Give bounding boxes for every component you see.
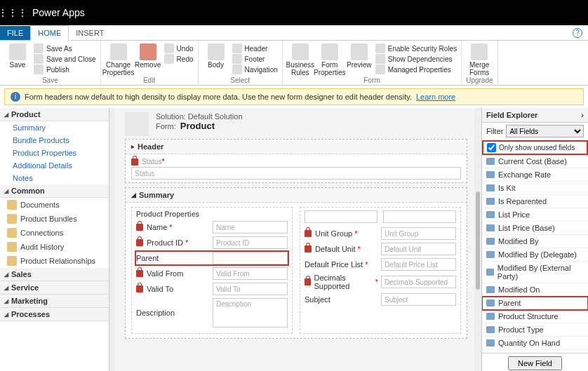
work-area: Product SummaryBundle ProductsProduct Pr… — [0, 108, 588, 371]
dependencies-button[interactable]: Show Dependencies — [375, 54, 457, 64]
managed-properties-button[interactable]: Managed Properties — [375, 65, 457, 74]
expand-icon[interactable]: › — [581, 111, 584, 119]
form-field[interactable]: Product ID *Product ID — [136, 236, 288, 249]
form-field[interactable]: Name *Name — [136, 221, 288, 234]
field-explorer-item[interactable]: Is Reparented — [482, 195, 588, 208]
ribbon-group-label: Form — [287, 76, 457, 85]
nav-item[interactable]: Product Properties — [0, 147, 109, 159]
field-explorer-item[interactable]: List Price (Base) — [482, 222, 588, 235]
nav-section-marketing[interactable]: Marketing — [0, 295, 109, 308]
redo-icon — [164, 54, 174, 64]
nav-item[interactable]: Bundle Products — [0, 134, 109, 147]
navigation-button[interactable]: Navigation — [232, 65, 278, 74]
app-launcher-icon[interactable]: ⋮⋮⋮ — [0, 0, 25, 25]
field-explorer-item[interactable]: Is Kit — [482, 182, 588, 195]
save-button[interactable]: Save — [4, 42, 31, 69]
field-explorer-item[interactable]: Current Cost (Base) — [482, 155, 588, 168]
field-input[interactable]: Default Unit — [381, 243, 456, 255]
entity-icon — [7, 256, 17, 266]
nav-item[interactable]: Additional Details — [0, 159, 109, 172]
security-roles-button[interactable]: Enable Security Roles — [375, 43, 457, 53]
remove-button[interactable]: Remove — [135, 42, 161, 69]
canvas-scrollbar[interactable] — [474, 108, 481, 371]
field-explorer-item[interactable]: Quantity On Hand — [482, 337, 588, 350]
body-button[interactable]: Body — [203, 42, 229, 69]
nav-item[interactable]: Summary — [0, 121, 109, 134]
undo-button[interactable]: Undo — [164, 43, 194, 53]
nav-item[interactable]: Product Bundles — [0, 212, 109, 226]
field-input[interactable]: Default Price List — [381, 258, 456, 271]
body-icon — [208, 43, 225, 60]
field-icon — [486, 269, 494, 276]
header-button[interactable]: Header — [232, 43, 278, 53]
nav-item[interactable]: Notes — [0, 172, 109, 184]
field-input[interactable]: Name — [213, 221, 288, 234]
merge-forms-button[interactable]: Merge Forms — [466, 42, 493, 76]
form-field[interactable]: Valid FromValid From — [136, 267, 288, 280]
form-field[interactable]: Unit Group *Unit Group — [305, 227, 456, 240]
nav-section-service[interactable]: Service — [0, 281, 109, 295]
save-as-button[interactable]: Save As — [34, 43, 96, 53]
preview-button[interactable]: Preview — [346, 42, 373, 69]
unused-fields-check[interactable] — [487, 143, 496, 152]
field-input[interactable]: Decimals Supported — [381, 276, 456, 288]
tab-insert[interactable]: INSERT — [69, 26, 111, 40]
entity-avatar-icon — [125, 112, 149, 136]
nav-section-product[interactable]: Product — [0, 108, 109, 121]
form-field[interactable]: Valid ToValid To — [136, 283, 288, 295]
section-header[interactable]: Header Status* Status — [125, 139, 467, 183]
form-field[interactable]: Decimals Supported *Decimals Supported — [305, 274, 456, 290]
app-brand: Power Apps — [25, 7, 85, 18]
field-icon — [486, 158, 495, 165]
field-explorer-item[interactable]: Modified By — [482, 235, 588, 248]
nav-section-processes[interactable]: Processes — [0, 308, 109, 321]
description-input[interactable]: Description — [213, 298, 288, 328]
publish-button[interactable]: Publish — [34, 65, 96, 74]
field-explorer-item[interactable]: Exchange Rate — [482, 168, 588, 182]
section-summary[interactable]: Summary Product Properties Name *NamePro… — [125, 187, 467, 339]
info-bar: i Form headers now default to high densi… — [4, 88, 584, 105]
save-close-button[interactable]: Save and Close — [34, 54, 96, 64]
help-icon[interactable]: ? — [573, 28, 582, 38]
change-properties-button[interactable]: Change Properties — [105, 42, 132, 76]
field-input[interactable]: Valid From — [213, 267, 288, 280]
status-field[interactable]: Status — [131, 167, 461, 180]
nav-item[interactable]: Product Relationships — [0, 254, 109, 268]
field-input[interactable]: Subject — [381, 293, 456, 306]
tab-file[interactable]: FILE — [0, 26, 30, 40]
tab-home[interactable]: HOME — [30, 25, 69, 41]
nav-section-common[interactable]: Common — [0, 184, 109, 198]
nav-item[interactable]: Connections — [0, 226, 109, 240]
nav-item[interactable]: Documents — [0, 198, 109, 212]
lock-icon — [305, 278, 311, 285]
field-input[interactable]: Product ID — [213, 236, 288, 249]
field-explorer-title: Field Explorer — [486, 111, 537, 119]
field-explorer-item[interactable]: Modified By (External Party) — [482, 262, 588, 283]
field-explorer-item[interactable]: Parent — [482, 297, 588, 310]
filter-select[interactable]: All Fields — [506, 125, 584, 137]
info-link[interactable]: Learn more — [416, 93, 455, 101]
field-explorer-item[interactable]: Product Type — [482, 323, 588, 337]
ribbon-group-label: Upgrade — [466, 76, 493, 85]
form-field[interactable]: SubjectSubject — [305, 293, 456, 306]
form-field[interactable]: Parent — [136, 252, 288, 264]
new-field-button[interactable]: New Field — [508, 356, 562, 370]
nav-section-sales[interactable]: Sales — [0, 268, 109, 281]
unused-fields-checkbox[interactable]: Only show unused fields — [483, 141, 587, 154]
field-input[interactable]: Valid To — [213, 283, 288, 295]
footer-button[interactable]: Footer — [232, 54, 278, 64]
form-field[interactable]: Default Unit *Default Unit — [305, 243, 456, 255]
field-input[interactable] — [213, 252, 288, 264]
field-description[interactable]: Description Description — [136, 298, 288, 328]
field-input[interactable]: Unit Group — [381, 227, 456, 240]
redo-button[interactable]: Redo — [164, 54, 194, 64]
field-explorer-item[interactable]: List Price — [482, 208, 588, 222]
field-explorer-item[interactable]: Modified On — [482, 283, 588, 297]
field-explorer-item[interactable]: Modified By (Delegate) — [482, 248, 588, 262]
form-properties-button[interactable]: Form Properties — [316, 42, 343, 76]
business-rules-button[interactable]: Business Rules — [287, 42, 314, 76]
field-explorer-item[interactable]: Product Structure — [482, 310, 588, 323]
nav-item[interactable]: Audit History — [0, 240, 109, 254]
form-field[interactable]: Default Price List *Default Price List — [305, 258, 456, 271]
field-label: Subject — [305, 295, 330, 304]
